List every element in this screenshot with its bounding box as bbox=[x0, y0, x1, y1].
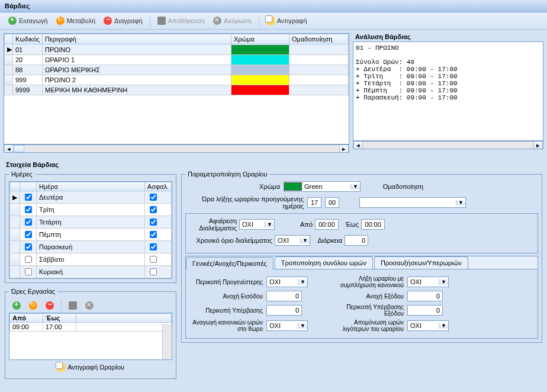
cell-insur[interactable] bbox=[144, 266, 171, 278]
table-row[interactable]: ▶ Δευτέρα bbox=[10, 191, 172, 204]
prev-day-hour-input[interactable] bbox=[307, 197, 321, 208]
col-to[interactable]: Έως bbox=[43, 314, 76, 323]
day-insur-checkbox[interactable] bbox=[150, 243, 157, 250]
cell-insur[interactable] bbox=[144, 241, 171, 253]
chevron-down-icon[interactable]: ▼ bbox=[456, 200, 465, 205]
cell-enabled[interactable] bbox=[20, 229, 37, 241]
table-row[interactable]: 20 ΩΡΑΡΙΟ 1 bbox=[5, 55, 349, 65]
cut-over-exit-input[interactable] bbox=[407, 305, 443, 316]
cell-insur[interactable] bbox=[144, 216, 171, 229]
table-row[interactable]: Τρίτη bbox=[10, 204, 172, 216]
cell-insur[interactable] bbox=[144, 253, 171, 266]
day-insur-checkbox[interactable] bbox=[150, 256, 157, 263]
hours-vscrollbar[interactable] bbox=[162, 324, 172, 359]
scroll-thumb[interactable] bbox=[14, 145, 24, 152]
break-limit-combo[interactable]: ΟΧΙ▼ bbox=[275, 235, 310, 246]
cell-insur[interactable] bbox=[144, 191, 171, 204]
break-sub-combo[interactable]: ΟΧΙ▼ bbox=[239, 219, 275, 230]
break-from-input[interactable] bbox=[315, 219, 339, 230]
analysis-hscrollbar[interactable]: ◂ ▸ bbox=[353, 141, 543, 149]
chevron-down-icon[interactable]: ▼ bbox=[439, 279, 448, 285]
tol-in-input[interactable] bbox=[266, 291, 302, 301]
scroll-left-icon[interactable]: ◂ bbox=[353, 142, 363, 149]
table-row[interactable]: Τετάρτη bbox=[10, 216, 172, 229]
day-enabled-checkbox[interactable] bbox=[25, 219, 32, 226]
col-code[interactable]: Κωδικός bbox=[13, 34, 43, 44]
cell-enabled[interactable] bbox=[20, 241, 37, 253]
day-insur-checkbox[interactable] bbox=[150, 219, 157, 226]
day-enabled-checkbox[interactable] bbox=[25, 194, 32, 201]
chevron-down-icon[interactable]: ▼ bbox=[265, 221, 274, 227]
row-indicator bbox=[10, 241, 20, 253]
scroll-right-icon[interactable]: ▸ bbox=[533, 142, 543, 149]
prev-day-min-input[interactable] bbox=[325, 197, 339, 208]
table-row[interactable]: 999 ΠΡΩΙΝΟ 2 bbox=[5, 75, 349, 85]
table-row[interactable]: ▶ 01 ΠΡΩΙΝΟ bbox=[5, 44, 349, 55]
col-from[interactable]: Από bbox=[10, 314, 43, 323]
col-group[interactable]: Ομαδοποίηση bbox=[289, 34, 349, 44]
day-enabled-checkbox[interactable] bbox=[25, 231, 32, 238]
day-insur-checkbox[interactable] bbox=[150, 194, 157, 201]
col-desc[interactable]: Περιγραφή bbox=[43, 34, 231, 44]
grid-hscrollbar[interactable]: ◂ ▸ bbox=[4, 144, 349, 153]
scroll-right-icon[interactable]: ▸ bbox=[339, 145, 349, 152]
day-insur-checkbox[interactable] bbox=[150, 268, 157, 275]
table-row[interactable]: 09:0017:00 bbox=[10, 323, 172, 332]
day-enabled-checkbox[interactable] bbox=[25, 256, 32, 263]
table-row[interactable]: Πέμπτη bbox=[10, 229, 172, 241]
table-row[interactable]: 88 ΩΡΑΡΙΟ ΜΕΡΙΚΗΣ bbox=[5, 65, 349, 75]
col-day[interactable]: Ημέρα bbox=[37, 182, 145, 191]
shifts-grid[interactable]: Κωδικός Περιγραφή Χρώμα Ομαδοποίηση ▶ 01… bbox=[4, 33, 349, 144]
group-combo[interactable]: ▼ bbox=[359, 197, 466, 208]
day-enabled-checkbox[interactable] bbox=[25, 243, 32, 250]
cut-earlier-combo[interactable]: ΟΧΙ▼ bbox=[266, 277, 308, 287]
cell-insur[interactable] bbox=[144, 204, 171, 216]
cell-insur[interactable] bbox=[144, 229, 171, 241]
tab-total-hours[interactable]: Τροποποίηση συνόλου ωρών bbox=[275, 256, 373, 269]
tab-general[interactable]: Γενικές/Ανοχές/Περικοπές bbox=[186, 257, 274, 269]
col-insur[interactable]: Ασφαλ. bbox=[144, 182, 171, 191]
col-color[interactable]: Χρώμα bbox=[231, 34, 289, 44]
cell-enabled[interactable] bbox=[20, 204, 37, 216]
hours-refresh-button[interactable] bbox=[25, 300, 41, 311]
scroll-left-icon[interactable]: ◂ bbox=[4, 145, 14, 152]
days-grid[interactable]: Ημέρα Ασφαλ. ▶ Δευτέρα Τρίτη Τετάρτη Πέμ… bbox=[9, 181, 172, 279]
tol-out-input[interactable] bbox=[407, 291, 443, 301]
chevron-down-icon[interactable]: ▼ bbox=[300, 237, 310, 243]
cell-enabled[interactable] bbox=[20, 216, 37, 229]
delete-button[interactable]: Διαγραφή bbox=[100, 15, 146, 27]
day-enabled-checkbox[interactable] bbox=[25, 268, 32, 275]
day-insur-checkbox[interactable] bbox=[150, 231, 157, 238]
day-insur-checkbox[interactable] bbox=[150, 206, 157, 213]
table-row[interactable]: Σάββατο bbox=[10, 253, 172, 266]
modify-button[interactable]: Μεταβολή bbox=[53, 15, 99, 27]
chevron-down-icon[interactable]: ▼ bbox=[298, 279, 307, 285]
hours-delete-button[interactable] bbox=[42, 300, 57, 311]
table-row[interactable]: Παρασκευή bbox=[10, 241, 172, 253]
end-fill-combo[interactable]: ΟΧΙ▼ bbox=[407, 277, 449, 287]
tab-overtime[interactable]: Προσαυξήσεων/Υπερωριών bbox=[374, 256, 468, 269]
copy-button[interactable]: Αντιγραφή bbox=[263, 15, 311, 27]
reduce-normal-combo[interactable]: ΟΧΙ▼ bbox=[266, 320, 308, 331]
table-row[interactable]: 9999 ΜΕΡΙΚΗ ΜΗ ΚΑΘΗΜΕΡΙΝΗ bbox=[5, 85, 349, 95]
cell-color bbox=[231, 75, 289, 85]
cut-over-input[interactable] bbox=[266, 305, 302, 316]
col-enabled bbox=[20, 182, 37, 191]
cell-enabled[interactable] bbox=[20, 266, 37, 278]
chevron-down-icon[interactable]: ▼ bbox=[439, 323, 448, 329]
cell-enabled[interactable] bbox=[20, 253, 37, 266]
hours-grid[interactable]: Από Έως 09:0017:00 bbox=[9, 313, 172, 360]
isolate-less-combo[interactable]: ΟΧΙ▼ bbox=[407, 320, 449, 331]
table-row[interactable]: Κυριακή bbox=[10, 266, 172, 278]
color-combo[interactable]: Green ▼ bbox=[284, 181, 361, 192]
insert-button[interactable]: Εισαγωγή bbox=[5, 15, 52, 27]
cell-group bbox=[289, 55, 349, 65]
cell-enabled[interactable] bbox=[20, 191, 37, 204]
hours-add-button[interactable] bbox=[9, 300, 24, 311]
day-enabled-checkbox[interactable] bbox=[25, 206, 32, 213]
chevron-down-icon[interactable]: ▼ bbox=[350, 184, 360, 189]
duration-input[interactable] bbox=[345, 235, 368, 246]
copy-hours-button[interactable]: Αντιγραφή Ωραρίου bbox=[53, 362, 128, 372]
break-to-input[interactable] bbox=[361, 219, 385, 230]
chevron-down-icon[interactable]: ▼ bbox=[298, 323, 307, 329]
